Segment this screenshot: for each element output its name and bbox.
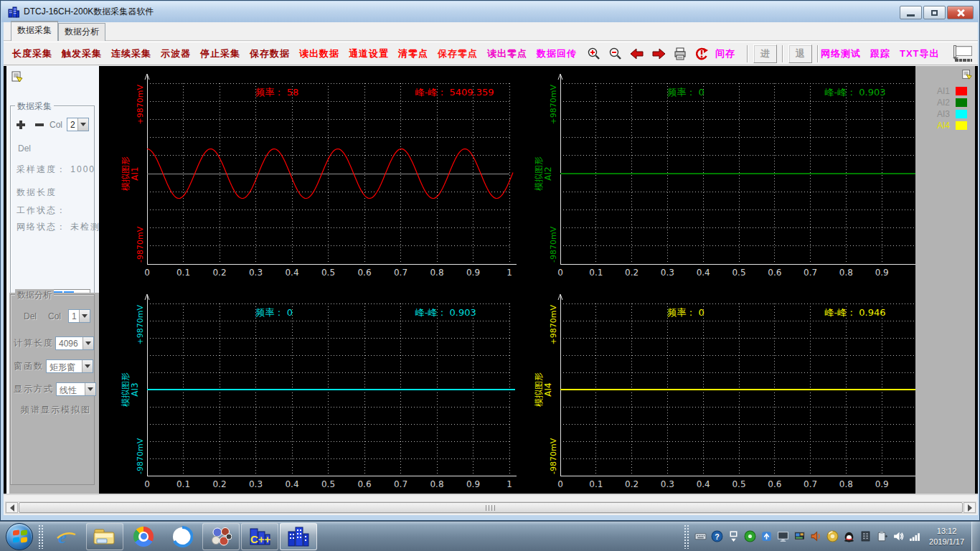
toolbar-button-触发采集[interactable]: 触发采集 [62,47,102,60]
legend-item-AI1[interactable]: AI1 [921,86,967,96]
svg-text:0.2: 0.2 [212,479,226,489]
taskbar-app-game-center[interactable] [202,523,240,550]
svg-text:0.3: 0.3 [661,479,674,489]
monitor-icon[interactable] [777,530,789,542]
legend-item-AI4[interactable]: AI4 [921,121,967,131]
keyboard-icon[interactable] [694,530,707,542]
tab-数据采集[interactable]: 数据采集 [11,21,58,41]
taskbar-app-explorer[interactable] [86,523,123,550]
transfer-icon[interactable] [760,530,773,542]
taskbar-app-chrome[interactable] [125,523,162,550]
print-icon[interactable] [672,47,688,61]
display-icon[interactable] [793,530,806,542]
calc-length-select[interactable]: 4096 [55,336,94,350]
arrow-right-icon[interactable] [651,47,666,61]
toolbar-button-读出零点[interactable]: 读出零点 [487,47,527,60]
scroll-left-button[interactable] [6,502,18,513]
scroll-right-button[interactable] [963,502,976,513]
slider-track[interactable] [955,46,972,56]
green-status-icon[interactable] [744,530,756,542]
svg-text:0.6: 0.6 [357,479,371,489]
svg-text:0.2: 0.2 [212,268,226,278]
ana-del-label: Del [24,311,37,321]
close-button[interactable] [947,6,974,19]
chevron-down-icon[interactable] [83,337,93,349]
show-desktop-button[interactable] [971,522,980,551]
legend-item-AI3[interactable]: AI3 [921,109,967,119]
network-icon[interactable] [909,530,921,542]
title-bar[interactable]: DTCJ-16CH-200K数据采集器软件 [1,1,979,22]
toolbar-button-连续采集[interactable]: 连续采集 [111,47,151,60]
chevron-down-icon[interactable] [79,310,90,322]
toolbar-nav-进[interactable]: 进 [753,44,777,63]
svg-text:0.9: 0.9 [875,268,889,278]
minimize-button[interactable] [900,6,922,19]
toolbar-button-保存零点[interactable]: 保存零点 [438,47,478,60]
refresh-icon[interactable] [694,47,710,61]
zoom-out-icon[interactable] [608,47,623,61]
toolbar-button-通道设置[interactable]: 通道设置 [349,47,389,60]
chevron-down-icon[interactable] [85,383,95,395]
toolbar-button-示波器[interactable]: 示波器 [161,47,191,60]
minimize-icon [907,14,915,17]
horizontal-scrollbar[interactable] [5,501,976,514]
window-fn-select[interactable]: 矩形窗 [46,359,93,373]
toolbar-items: 长度采集触发采集连续采集示波器停止采集保存数据读出数据通道设置清零点保存零点读出… [12,44,949,63]
toolbar-button-跟踪[interactable]: 跟踪 [870,47,890,60]
building-icon[interactable] [859,530,872,542]
show-hidden-icon[interactable] [727,530,740,542]
svg-text:1: 1 [507,268,512,278]
taskbar-app-qq-browser[interactable] [164,523,201,550]
taskbar-clock[interactable]: 13:12 2019/1/17 [929,526,964,547]
toolbar-button-读出数据[interactable]: 读出数据 [299,47,339,60]
start-button[interactable] [6,523,33,550]
app-icon [8,6,19,18]
plot-AI2[interactable]: 00.10.20.30.40.50.60.70.80.91+9870mV-987… [534,66,921,286]
toolbar-button-间存[interactable]: 间存 [715,47,735,60]
chevron-down-icon[interactable] [77,118,88,131]
disc-icon[interactable] [826,530,839,542]
system-tray: ? 13:12 2019/1/17 [682,522,980,551]
plot-AI3[interactable]: 00.10.20.30.40.50.60.70.80.91+9870mV-987… [99,286,534,494]
toolbar-button-数据回传[interactable]: 数据回传 [537,47,577,60]
taskbar-app-cpp-app[interactable]: C++ [241,523,278,550]
help-icon[interactable]: ? [711,530,723,542]
plot-AI1[interactable]: 00.10.20.30.40.50.60.70.80.91+9870mV-987… [99,66,534,286]
toolbar-button-停止采集[interactable]: 停止采集 [200,47,240,60]
ana-col-select[interactable]: 1 [68,309,90,323]
display-mode-select[interactable]: 线性 [56,382,96,396]
toolbar-button-网络测试[interactable]: 网络测试 [821,47,861,60]
tab-strip: 数据采集数据分析 [4,22,978,41]
toolbar-button-长度采集[interactable]: 长度采集 [12,47,52,60]
toolbar-nav-退[interactable]: 退 [788,44,812,63]
legend-item-AI2[interactable]: AI2 [921,98,967,108]
clipboard-icon[interactable] [876,530,888,542]
toolbar-button-清零点[interactable]: 清零点 [398,47,428,60]
main-area: 数据采集 Col 2 Del 采样速度： 1000 数据长度 工作状态： [4,66,978,494]
volume-icon[interactable] [892,530,905,542]
maximize-button[interactable] [923,6,946,19]
remove-icon[interactable] [35,123,44,126]
arrow-left-icon[interactable] [629,47,645,61]
legend-label: AI1 [921,86,950,96]
slider-thumb[interactable] [953,45,956,57]
toolbar-button-保存数据[interactable]: 保存数据 [250,47,290,60]
audio-manager-icon[interactable] [810,530,822,542]
chevron-down-icon[interactable] [82,360,93,372]
scrollbar-thumb[interactable] [19,502,963,513]
svg-text:0.8: 0.8 [839,268,853,278]
col-count-select[interactable]: 2 [67,118,89,131]
taskbar-app-dtcj-app[interactable] [280,523,317,550]
tray-icons: ? [692,530,923,542]
qq-icon[interactable] [843,530,855,542]
add-icon[interactable] [17,121,25,129]
playback-slider[interactable] [949,44,974,63]
tab-数据分析[interactable]: 数据分析 [58,23,105,41]
zoom-in-icon[interactable] [586,47,602,61]
taskbar-app-ie[interactable]: e [47,523,85,550]
taskbar-grip[interactable] [38,524,44,549]
calc-length-value: 4096 [56,337,80,349]
plot-AI4[interactable]: 00.10.20.30.40.50.60.70.80.91+9870mV-987… [534,286,921,494]
toolbar-button-TXT导出[interactable]: TXT导出 [900,47,940,60]
tray-grip[interactable] [684,524,690,549]
